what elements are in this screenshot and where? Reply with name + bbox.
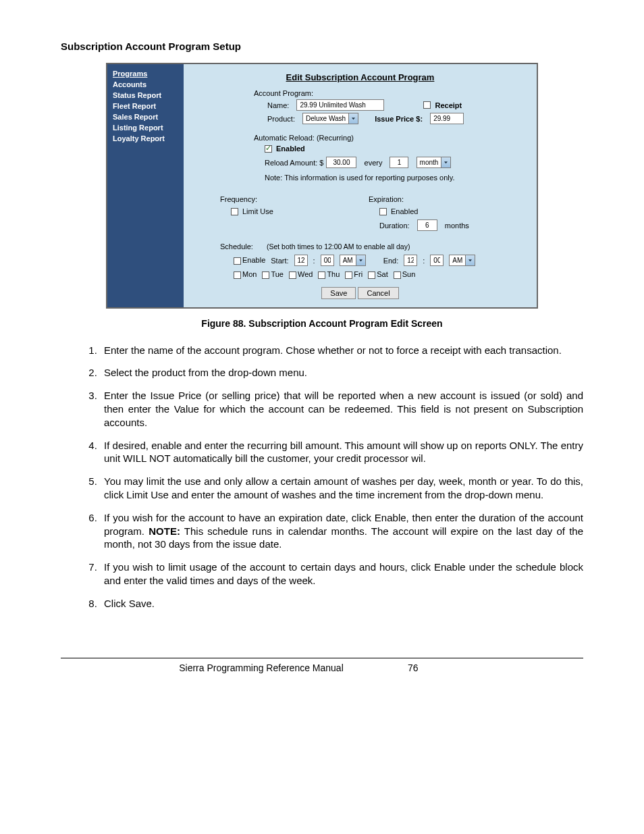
end-ampm-select[interactable]: AM <box>449 255 475 266</box>
day-sat-checkbox[interactable] <box>368 271 375 279</box>
day-thu-checkbox[interactable] <box>318 271 325 279</box>
step-2: Select the product from the drop-down me… <box>100 366 583 380</box>
day-wed-checkbox[interactable] <box>289 271 296 279</box>
expiration-panel: Expiration: Enabled Duration: months <box>369 195 527 233</box>
day-fri-checkbox[interactable] <box>345 271 352 279</box>
day-mon-checkbox[interactable] <box>234 271 241 279</box>
day-thu-label: Thu <box>327 270 340 278</box>
issue-price-label: Issue Price $: <box>375 115 423 123</box>
product-label: Product: <box>267 115 295 123</box>
day-sun-checkbox[interactable] <box>394 271 401 279</box>
sidebar-item-listing-report[interactable]: Listing Report <box>113 122 178 133</box>
limit-use-label: Limit Use <box>242 207 273 215</box>
end-label: End: <box>383 257 399 265</box>
page-title: Subscription Account Program Setup <box>61 41 583 52</box>
schedule-note: (Set both times to 12:00 AM to enable al… <box>267 242 410 251</box>
exp-enabled-label: Enabled <box>391 207 418 215</box>
day-wed-label: Wed <box>298 270 313 278</box>
schedule-label: Schedule: <box>220 242 253 251</box>
step-6: If you wish for the account to have an e… <box>100 511 583 551</box>
account-program-label: Account Program: <box>254 89 527 97</box>
duration-label: Duration: <box>379 221 410 230</box>
receipt-label: Receipt <box>435 101 462 109</box>
sidebar-item-loyalty-report[interactable]: Loyalty Report <box>113 133 178 144</box>
sidebar-item-status-report[interactable]: Status Report <box>113 90 178 101</box>
sidebar-item-programs[interactable]: Programs <box>113 68 178 79</box>
sched-enable-checkbox[interactable] <box>234 257 241 265</box>
limit-use-checkbox[interactable] <box>231 208 238 215</box>
chevron-down-icon <box>348 113 358 124</box>
day-mon-label: Mon <box>242 270 257 278</box>
page-footer: Sierra Programming Reference Manual 76 <box>61 658 583 673</box>
period-select[interactable]: month <box>417 157 452 168</box>
frequency-panel: Frequency: Limit Use <box>220 195 355 233</box>
step-8: Click Save. <box>100 597 583 610</box>
schedule-panel: Schedule: (Set both times to 12:00 AM to… <box>220 242 527 279</box>
sidebar-item-accounts[interactable]: Accounts <box>113 79 178 90</box>
exp-enabled-checkbox[interactable] <box>379 208 387 215</box>
duration-unit: months <box>445 221 469 230</box>
issue-price-input[interactable] <box>430 113 464 124</box>
duration-input[interactable] <box>417 219 437 231</box>
every-input[interactable] <box>390 157 408 168</box>
cancel-button[interactable]: Cancel <box>358 287 398 299</box>
frequency-label: Frequency: <box>220 195 355 203</box>
end-min-input[interactable] <box>430 255 444 266</box>
chevron-down-icon <box>356 255 365 265</box>
main-panel: Edit Subscription Account Program Accoun… <box>184 64 537 307</box>
start-hour-input[interactable] <box>294 255 308 266</box>
chevron-down-icon <box>465 255 475 265</box>
enabled-label: Enabled <box>276 145 305 153</box>
instruction-list: Enter the name of the account program. C… <box>61 344 583 610</box>
app-title: Edit Subscription Account Program <box>193 72 527 82</box>
day-sun-label: Sun <box>402 270 416 278</box>
expiration-label: Expiration: <box>369 195 527 203</box>
save-button[interactable]: Save <box>321 287 356 299</box>
start-ampm-value: AM <box>340 257 356 264</box>
step-4: If desired, enable and enter the recurri… <box>100 439 583 466</box>
sidebar-item-fleet-report[interactable]: Fleet Report <box>113 101 178 111</box>
receipt-checkbox[interactable] <box>423 101 431 109</box>
figure-caption: Figure 88. Subscription Account Program … <box>61 318 583 329</box>
auto-reload-label: Automatic Reload: (Recurring) <box>254 134 527 142</box>
day-sat-label: Sat <box>377 270 388 278</box>
product-value: Deluxe Wash <box>303 115 348 122</box>
chevron-down-icon <box>441 157 450 167</box>
footer-page-number: 76 <box>408 662 583 673</box>
step-5: You may limit the use and only allow a c… <box>100 475 583 502</box>
start-label: Start: <box>271 257 288 265</box>
reload-amount-label: Reload Amount: $ <box>265 159 323 167</box>
period-value: month <box>417 159 441 166</box>
sched-enable-label: Enable <box>242 256 265 264</box>
end-hour-input[interactable] <box>404 255 417 266</box>
footer-title: Sierra Programming Reference Manual <box>179 662 344 673</box>
reload-amount-input[interactable] <box>326 157 356 168</box>
app-screenshot: Programs Accounts Status Report Fleet Re… <box>106 63 538 309</box>
name-label: Name: <box>267 101 289 109</box>
end-ampm-value: AM <box>450 257 465 264</box>
name-input[interactable] <box>296 99 384 111</box>
start-min-input[interactable] <box>321 255 334 266</box>
product-select[interactable]: Deluxe Wash <box>302 113 358 124</box>
sidebar-item-sales-report[interactable]: Sales Report <box>113 111 178 122</box>
every-label: every <box>365 159 383 167</box>
step-7: If you wish to limit usage of the accoun… <box>100 561 583 588</box>
step-1: Enter the name of the account program. C… <box>100 344 583 357</box>
start-ampm-select[interactable]: AM <box>340 255 366 266</box>
day-tue-checkbox[interactable] <box>262 271 269 279</box>
sidebar: Programs Accounts Status Report Fleet Re… <box>107 64 184 307</box>
enabled-checkbox[interactable] <box>265 145 272 153</box>
step-3: Enter the Issue Price (or selling price)… <box>100 389 583 429</box>
day-tue-label: Tue <box>271 270 284 278</box>
day-fri-label: Fri <box>354 270 363 278</box>
note-text: Note: This information is used for repor… <box>265 174 527 182</box>
